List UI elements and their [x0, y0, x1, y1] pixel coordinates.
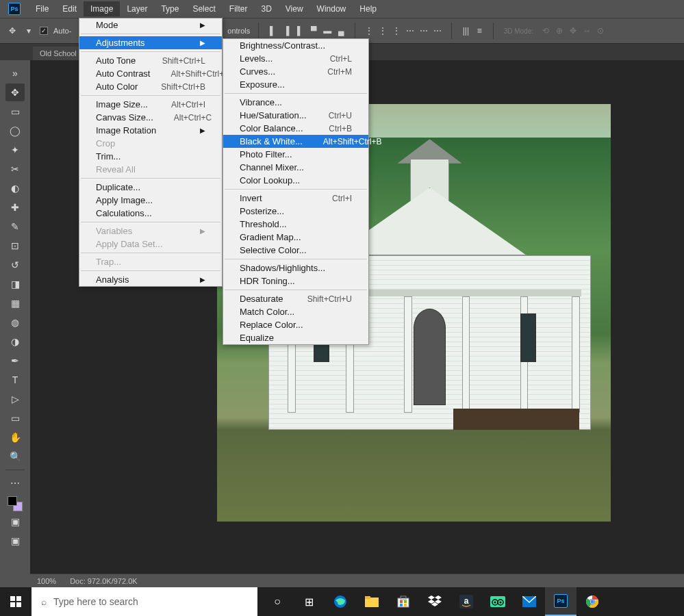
menu-item-mode[interactable]: Mode▶	[79, 18, 222, 31]
task-view-icon[interactable]: ⊞	[293, 587, 325, 616]
history-brush-tool[interactable]: ↺	[5, 256, 25, 274]
menu-item-replace-color-[interactable]: Replace Color...	[223, 318, 368, 331]
amazon-icon[interactable]: a	[451, 587, 482, 616]
eraser-tool[interactable]: ◨	[5, 275, 25, 293]
3d-pan-icon[interactable]: ✥	[568, 25, 579, 36]
chrome-icon[interactable]	[577, 587, 608, 616]
distribute-left-icon[interactable]: ⋯	[405, 25, 416, 36]
menu-item-brightness-contrast-[interactable]: Brightness/Contrast...	[223, 39, 368, 52]
align-top-icon[interactable]: ▀	[308, 25, 319, 36]
menu-item-color-balance-[interactable]: Color Balance...Ctrl+B	[223, 122, 368, 135]
quick-mask-icon[interactable]: ▣	[5, 513, 25, 530]
menu-item-equalize[interactable]: Equalize	[223, 331, 368, 344]
align-right-icon[interactable]: ▌	[294, 25, 305, 36]
stamp-tool[interactable]: ⊡	[5, 237, 25, 255]
distribute-top-icon[interactable]: ⋮	[364, 25, 375, 36]
distribute-v-icon[interactable]: ⋮	[377, 25, 388, 36]
dodge-tool[interactable]: ◑	[5, 333, 25, 350]
distribute-right-icon[interactable]: ⋯	[432, 25, 443, 36]
eyedropper-tool[interactable]: ◐	[5, 179, 25, 197]
align-center-h-icon[interactable]: ▐	[281, 25, 292, 36]
auto-select-checkbox[interactable]: ✓	[40, 27, 48, 35]
menu-item-color-lookup-[interactable]: Color Lookup...	[223, 174, 368, 187]
menu-item-hdr-toning-[interactable]: HDR Toning...	[223, 274, 368, 287]
menu-item-canvas-size-[interactable]: Canvas Size...Alt+Ctrl+C	[79, 111, 222, 124]
photoshop-taskbar-icon[interactable]: Ps	[545, 587, 577, 616]
blur-tool[interactable]: ◍	[5, 313, 25, 331]
path-select-tool[interactable]: ▷	[5, 390, 25, 408]
menu-item-auto-color[interactable]: Auto ColorShift+Ctrl+B	[79, 80, 222, 93]
taskbar-search[interactable]: ⌕ Type here to search	[31, 587, 257, 616]
menu-3d[interactable]: 3D	[254, 1, 278, 16]
menu-edit[interactable]: Edit	[55, 1, 84, 16]
menu-item-adjustments[interactable]: Adjustments▶	[79, 36, 222, 49]
menu-item-gradient-map-[interactable]: Gradient Map...	[223, 231, 368, 244]
explorer-icon[interactable]	[356, 587, 388, 616]
menu-help[interactable]: Help	[353, 1, 383, 16]
menu-item-auto-tone[interactable]: Auto ToneShift+Ctrl+L	[79, 54, 222, 67]
menu-item-posterize-[interactable]: Posterize...	[223, 205, 368, 218]
store-icon[interactable]	[388, 587, 419, 616]
edge-icon[interactable]	[325, 587, 356, 616]
menu-item-photo-filter-[interactable]: Photo Filter...	[223, 148, 368, 161]
pen-tool[interactable]: ✒	[5, 352, 25, 370]
rectangle-tool[interactable]: ▭	[5, 409, 25, 427]
color-swatches[interactable]	[8, 496, 23, 511]
menu-item-apply-image-[interactable]: Apply Image...	[79, 194, 222, 207]
menu-file[interactable]: File	[29, 1, 55, 16]
menu-item-hue-saturation-[interactable]: Hue/Saturation...Ctrl+U	[223, 109, 368, 122]
lasso-tool[interactable]: ◯	[5, 122, 25, 140]
distribute-space-v-icon[interactable]: ≡	[474, 25, 485, 36]
crop-tool[interactable]: ✂	[5, 160, 25, 178]
menu-item-black-white-[interactable]: Black & White...Alt+Shift+Ctrl+B	[223, 135, 368, 148]
distribute-h-icon[interactable]: ⋯	[418, 25, 429, 36]
menu-item-selective-color-[interactable]: Selective Color...	[223, 244, 368, 257]
menu-item-auto-contrast[interactable]: Auto ContrastAlt+Shift+Ctrl+L	[79, 67, 222, 80]
menu-item-trim-[interactable]: Trim...	[79, 150, 222, 163]
3d-zoom-icon[interactable]: ⊙	[595, 25, 606, 36]
menu-item-analysis[interactable]: Analysis▶	[79, 273, 222, 286]
menu-filter[interactable]: Filter	[223, 1, 255, 16]
distribute-bottom-icon[interactable]: ⋮	[391, 25, 402, 36]
menu-image[interactable]: Image	[84, 1, 120, 16]
artboard-tool[interactable]: ▭	[5, 103, 25, 120]
align-left-icon[interactable]: ▌	[267, 25, 278, 36]
dropbox-icon[interactable]	[419, 587, 451, 616]
menu-item-levels-[interactable]: Levels...Ctrl+L	[223, 52, 368, 65]
3d-roll-icon[interactable]: ⊕	[554, 25, 565, 36]
menu-item-vibrance-[interactable]: Vibrance...	[223, 96, 368, 109]
gradient-tool[interactable]: ▦	[5, 294, 25, 312]
tripadvisor-icon[interactable]	[482, 587, 514, 616]
menu-item-image-rotation[interactable]: Image Rotation▶	[79, 124, 222, 137]
align-middle-icon[interactable]: ▬	[322, 25, 333, 36]
3d-orbit-icon[interactable]: ⟲	[540, 25, 551, 36]
screen-mode-icon[interactable]: ▣	[5, 532, 25, 550]
zoom-tool[interactable]: 🔍	[5, 448, 25, 465]
cortana-icon[interactable]: ○	[262, 587, 293, 616]
dropdown-arrow-icon[interactable]: ▾	[23, 25, 34, 36]
brush-tool[interactable]: ✎	[5, 218, 25, 235]
menu-item-duplicate-[interactable]: Duplicate...	[79, 181, 222, 194]
menu-item-curves-[interactable]: Curves...Ctrl+M	[223, 65, 368, 78]
start-button[interactable]	[0, 587, 31, 616]
menu-item-image-size-[interactable]: Image Size...Alt+Ctrl+I	[79, 98, 222, 111]
hand-tool[interactable]: ✋	[5, 428, 25, 446]
edit-toolbar-icon[interactable]: ⋯	[5, 474, 25, 492]
distribute-space-h-icon[interactable]: |||	[460, 25, 471, 36]
3d-slide-icon[interactable]: ↔	[581, 25, 592, 36]
menu-item-channel-mixer-[interactable]: Channel Mixer...	[223, 161, 368, 174]
menu-item-shadows-highlights-[interactable]: Shadows/Highlights...	[223, 261, 368, 274]
mail-icon[interactable]	[514, 587, 545, 616]
menu-item-calculations-[interactable]: Calculations...	[79, 207, 222, 220]
menu-layer[interactable]: Layer	[120, 1, 154, 16]
menu-item-threshold-[interactable]: Threshold...	[223, 218, 368, 231]
menu-item-invert[interactable]: InvertCtrl+I	[223, 192, 368, 205]
zoom-level[interactable]: 100%	[37, 577, 56, 585]
move-tool[interactable]: ✥	[5, 84, 25, 101]
menu-type[interactable]: Type	[154, 1, 186, 16]
menu-window[interactable]: Window	[310, 1, 353, 16]
patch-tool[interactable]: ✚	[5, 198, 25, 216]
menu-select[interactable]: Select	[186, 1, 222, 16]
type-tool[interactable]: T	[5, 371, 25, 389]
menu-item-exposure-[interactable]: Exposure...	[223, 78, 368, 91]
